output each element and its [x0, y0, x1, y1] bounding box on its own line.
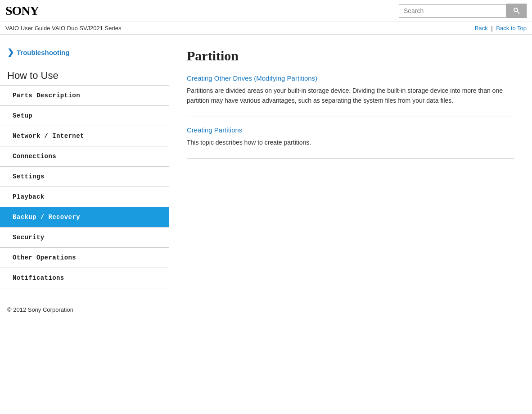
section-title-modifying[interactable]: Creating Other Drives (Modifying Partiti… [187, 74, 514, 82]
copyright: © 2012 Sony Corporation [0, 297, 169, 322]
content-section-creating: Creating Partitions This topic describes… [187, 126, 514, 147]
header: SONY [0, 0, 532, 22]
breadcrumb-bar: VAIO User Guide VAIO Duo SVJ2021 Series … [0, 22, 532, 35]
guide-label: VAIO User Guide VAIO Duo SVJ2021 Series [5, 25, 121, 32]
back-link[interactable]: Back [475, 25, 488, 32]
sidebar-item-setup[interactable]: Setup [0, 106, 169, 126]
back-links: Back | Back to Top [475, 25, 527, 32]
search-icon [513, 7, 520, 14]
sidebar-item-security[interactable]: Security [0, 227, 169, 248]
content-area: Partition Creating Other Drives (Modifyi… [169, 35, 532, 404]
section-body-creating: This topic describes how to create parti… [187, 137, 514, 147]
back-to-top-link[interactable]: Back to Top [496, 25, 527, 32]
sidebar-item-settings[interactable]: Settings [0, 167, 169, 187]
search-area [399, 4, 527, 18]
svg-line-1 [517, 12, 519, 14]
sidebar-item-parts-description[interactable]: Parts Description [0, 86, 169, 106]
main-layout: ❯ Troubleshooting How to Use Parts Descr… [0, 35, 532, 404]
content-divider-2 [187, 158, 514, 159]
arrow-icon: ❯ [7, 47, 14, 57]
sidebar: ❯ Troubleshooting How to Use Parts Descr… [0, 35, 169, 404]
svg-point-0 [514, 8, 518, 12]
sidebar-item-playback[interactable]: Playback [0, 187, 169, 207]
section-title-creating[interactable]: Creating Partitions [187, 126, 514, 134]
how-to-use-heading: How to Use [0, 64, 169, 86]
troubleshooting-link[interactable]: ❯ Troubleshooting [0, 44, 169, 64]
search-button[interactable] [507, 4, 527, 18]
content-section-modifying: Creating Other Drives (Modifying Partiti… [187, 74, 514, 106]
sony-logo: SONY [5, 4, 39, 18]
separator: | [491, 25, 492, 32]
sidebar-item-other-operations[interactable]: Other Operations [0, 248, 169, 268]
section-body-modifying: Partitions are divided areas on your bui… [187, 86, 514, 106]
page-title: Partition [187, 48, 514, 64]
sidebar-item-network-internet[interactable]: Network / Internet [0, 126, 169, 146]
sidebar-item-notifications[interactable]: Notifications [0, 268, 169, 288]
sidebar-item-backup-recovery[interactable]: Backup / Recovery [0, 207, 169, 227]
troubleshooting-label: Troubleshooting [17, 49, 70, 56]
content-divider [187, 117, 514, 117]
search-input[interactable] [399, 4, 507, 18]
sidebar-item-connections[interactable]: Connections [0, 146, 169, 167]
